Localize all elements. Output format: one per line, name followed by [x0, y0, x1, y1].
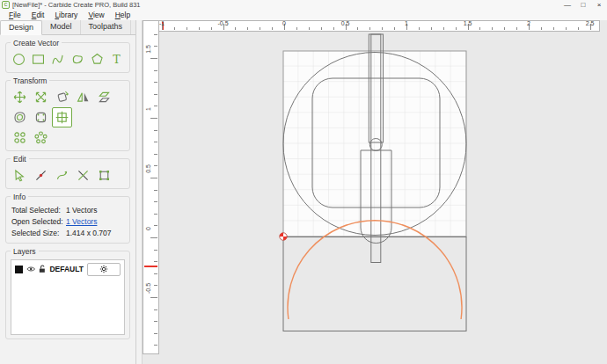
- tool-curve-edit-button[interactable]: [52, 165, 72, 186]
- minimize-button[interactable]: —: [559, 0, 575, 10]
- mirror-icon: [76, 90, 91, 105]
- layer-list: DEFAULT: [11, 259, 125, 335]
- tool-align-button[interactable]: [94, 87, 114, 107]
- menu-file[interactable]: File: [4, 10, 26, 20]
- align-icon: [97, 90, 112, 105]
- menu-edit[interactable]: Edit: [26, 10, 50, 20]
- ruler-tick: [479, 27, 480, 30]
- tool-circular-array-button[interactable]: [31, 127, 51, 148]
- menu-view[interactable]: View: [83, 10, 109, 20]
- tool-select-button[interactable]: [10, 165, 30, 186]
- svg-text:T: T: [113, 53, 121, 66]
- left-panel: Design Model Toolpaths Create Vector T T…: [0, 20, 136, 364]
- ruler-tick: [154, 321, 157, 322]
- text-icon: T: [109, 52, 124, 67]
- tool-curve-button[interactable]: [48, 49, 67, 69]
- menu-library[interactable]: Library: [49, 10, 83, 20]
- ruler-tick: [154, 309, 157, 310]
- linear-array-icon: [12, 130, 27, 145]
- tool-trim-vectors-button[interactable]: [73, 165, 93, 186]
- ruler-tick: [553, 27, 554, 30]
- ruler-tick: [154, 201, 157, 202]
- boolean-icon: [97, 168, 112, 183]
- ruler-label: 1.5: [464, 20, 472, 26]
- open-vectors-link[interactable]: 1 Vectors: [66, 217, 97, 226]
- ruler-tick: [150, 178, 157, 178]
- tab-bar: Design Model Toolpaths: [0, 20, 135, 35]
- tab-toolpaths[interactable]: Toolpaths: [81, 20, 132, 34]
- ruler-tick: [150, 237, 157, 238]
- tool-text-button[interactable]: T: [107, 49, 126, 69]
- tab-design[interactable]: Design: [0, 20, 42, 35]
- ruler-tick: [443, 27, 444, 30]
- visibility-eye-icon[interactable]: [26, 266, 35, 273]
- tool-rectangle-button[interactable]: [29, 49, 48, 69]
- ruler-tick: [247, 27, 248, 30]
- ruler-tick: [154, 190, 157, 191]
- tool-circle-button[interactable]: [10, 49, 28, 69]
- ruler-tick: [566, 27, 567, 30]
- tool-mirror-button[interactable]: [73, 87, 93, 107]
- tool-boolean-button[interactable]: [94, 165, 114, 186]
- tool-fillet-button[interactable]: [31, 107, 51, 127]
- ruler-tick: [382, 27, 383, 30]
- ruler-tick: [154, 154, 157, 155]
- ruler-label: 0.5: [341, 20, 350, 26]
- curve-edit-icon: [55, 168, 69, 183]
- ruler-label: -0.5: [217, 20, 228, 26]
- menu-bar: File Edit Library View Help: [0, 10, 607, 20]
- ruler-label: 0: [282, 20, 286, 26]
- ruler-tick: [174, 27, 175, 30]
- ruler-label: 2.5: [586, 20, 595, 26]
- ruler-tick: [186, 27, 187, 30]
- tool-scale-button[interactable]: [31, 87, 51, 107]
- layer-color-swatch[interactable]: [15, 266, 23, 273]
- group-title: Info: [11, 193, 28, 201]
- ruler-tick: [154, 345, 157, 346]
- ruler-tick: [154, 261, 157, 262]
- layer-name: DEFAULT: [49, 265, 84, 273]
- tool-trim-button[interactable]: [52, 107, 72, 127]
- ruler-tick: [260, 27, 260, 30]
- tool-offset-button[interactable]: [10, 107, 30, 127]
- tool-linear-array-button[interactable]: [10, 127, 30, 148]
- ruler-tick: [516, 27, 517, 30]
- layer-settings-button[interactable]: [87, 263, 121, 276]
- transform-group: Transform: [5, 80, 130, 151]
- info-group: Info Total Selected: 1 Vectors Open Sele…: [5, 196, 130, 244]
- close-button[interactable]: ×: [591, 0, 607, 10]
- ruler-tick: [321, 27, 322, 30]
- ruler-tick: [154, 142, 157, 142]
- offset-icon: [12, 110, 27, 125]
- vector-bottom-rectangle[interactable]: [283, 237, 466, 331]
- ruler-label: 1.5: [145, 45, 151, 54]
- rotate-icon: [55, 90, 69, 105]
- ruler-tick: [369, 27, 370, 30]
- design-canvas[interactable]: [159, 32, 607, 364]
- ruler-tick: [154, 70, 157, 71]
- tool-node-edit-button[interactable]: [31, 165, 51, 186]
- origin-marker: [280, 233, 287, 240]
- tool-polygon-button[interactable]: [88, 49, 106, 69]
- menu-help[interactable]: Help: [110, 10, 135, 20]
- group-title: Create Vector: [11, 39, 62, 47]
- ruler-tick: [150, 58, 157, 59]
- ruler-tick: [150, 297, 157, 298]
- ruler-tick: [154, 130, 157, 131]
- ruler-tick: [357, 27, 358, 30]
- ruler-tick: [456, 27, 457, 30]
- unlock-icon[interactable]: [39, 265, 47, 273]
- layer-row[interactable]: DEFAULT: [11, 260, 124, 276]
- ruler-tick: [333, 27, 334, 30]
- app-logo-icon: C: [2, 1, 10, 9]
- maximize-button[interactable]: □: [575, 0, 591, 10]
- ruler-tick: [431, 27, 432, 30]
- tool-trace-button[interactable]: [69, 49, 87, 69]
- panel-splitter[interactable]: [136, 20, 143, 364]
- tool-move-button[interactable]: [10, 87, 30, 107]
- tool-rotate-button[interactable]: [52, 87, 72, 107]
- create-vector-group: Create Vector T: [5, 42, 130, 73]
- tab-model[interactable]: Model: [42, 20, 81, 34]
- canvas-area[interactable]: -1-0.500.511.522.5 1.510.50-0.5: [136, 20, 607, 364]
- edit-group: Edit: [5, 158, 130, 189]
